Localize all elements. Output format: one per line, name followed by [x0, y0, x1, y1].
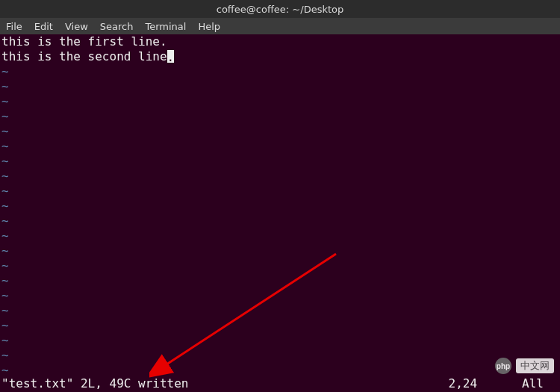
menu-view[interactable]: View: [59, 19, 94, 34]
vim-statusbar: "test.txt" 2L, 49C written 2,24 All: [0, 376, 560, 392]
editor-line: this is the first line.: [1, 34, 559, 49]
menu-terminal[interactable]: Terminal: [139, 19, 192, 34]
watermark-text: 中文网: [516, 358, 554, 373]
menu-help[interactable]: Help: [192, 19, 226, 34]
menu-edit[interactable]: Edit: [28, 19, 59, 34]
menu-search[interactable]: Search: [94, 19, 140, 34]
text-cursor: .: [167, 50, 174, 63]
empty-line-markers: ~~~~~~~~~~~~~~~~~~~~~: [1, 64, 559, 378]
scroll-indicator: All: [522, 376, 544, 392]
editor-line: this is the second line.: [1, 49, 559, 64]
watermark: php 中文网: [495, 358, 554, 374]
editor-area[interactable]: this is the first line. this is the seco…: [0, 34, 560, 376]
status-message: "test.txt" 2L, 49C written: [1, 376, 188, 392]
window-titlebar: coffee@coffee: ~/Desktop: [0, 0, 560, 18]
cursor-position: 2,24: [449, 376, 478, 392]
menu-file[interactable]: File: [3, 19, 28, 34]
watermark-logo-icon: php: [495, 358, 511, 374]
menubar: File Edit View Search Terminal Help: [0, 18, 560, 34]
window-title: coffee@coffee: ~/Desktop: [217, 4, 344, 15]
